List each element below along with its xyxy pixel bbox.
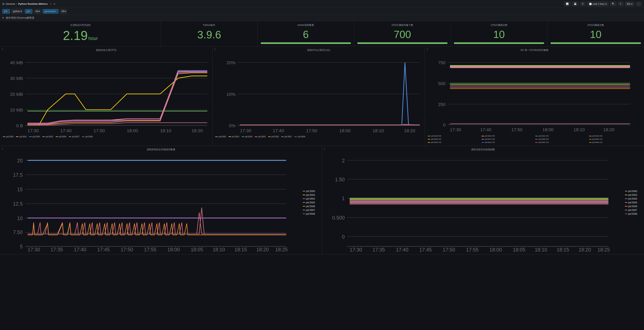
svg-text:18:25: 18:25 — [598, 247, 610, 252]
svg-text:17:45: 17:45 — [97, 247, 110, 252]
svg-text:750: 750 — [438, 60, 446, 65]
stat-gc2-label: 2代GC阈值次数 — [550, 24, 641, 27]
svg-text:18:15: 18:15 — [234, 247, 247, 252]
fullscreen-button[interactable]: ⛶ — [636, 2, 642, 6]
filter-python[interactable]: python ▾ — [12, 9, 23, 14]
zoom-out-button[interactable]: 🔍 — [610, 2, 616, 6]
svg-text:15: 15 — [17, 186, 23, 192]
svg-text:17:30: 17:30 — [240, 128, 252, 133]
stat-python-value: 3.9.6 — [164, 29, 254, 40]
chevron-down-icon: ▾ — [606, 2, 607, 5]
legend-item: pid:5664 — [625, 198, 640, 200]
svg-text:18:20: 18:20 — [578, 247, 591, 252]
filter-generation-key: generation — [44, 10, 56, 13]
chart-cpu-svg: 20% 10% 0% 17:30 17:40 17:50 18:00 18:10… — [215, 54, 422, 134]
svg-text:30 MB: 30 MB — [10, 76, 23, 81]
chart-gc-svg: 750 500 250 0 17:30 17:40 17:50 18:00 18… — [428, 54, 641, 134]
svg-text:20: 20 — [17, 158, 23, 163]
svg-text:1.50: 1.50 — [335, 176, 345, 182]
svg-text:20 MB: 20 MB — [10, 92, 23, 97]
legend-item: pid:5663 — [16, 136, 27, 138]
star-icon[interactable]: ☆ — [50, 2, 52, 5]
svg-text:18:00: 18:00 — [167, 247, 180, 252]
header-left: ⊞ General / Python Runtime Metrics ☆ ⇗ — [2, 2, 56, 5]
legend-item: pid:5663-0代 — [482, 135, 534, 137]
legend-item: pid:5663 — [228, 136, 239, 138]
stat-workers-value: 6 — [261, 29, 351, 40]
chart-fd-svg: 20 17.5 15 12.5 10 7.50 5 17:30 17:35 17… — [3, 153, 301, 252]
time-range-picker[interactable]: 🕐 Last 1 hour ▾ — [587, 2, 608, 6]
svg-text:10 MB: 10 MB — [10, 108, 23, 112]
legend-item: pid:5668 — [625, 212, 640, 215]
legend-item: pid:5665-1代 — [535, 141, 587, 144]
save-button[interactable]: 💾 — [572, 2, 578, 6]
stat-gc1: 1代GC阈值次数 10 — [451, 21, 548, 46]
charts-row1: ℹ 进程内存占用(字节) 40 MB 30 MB 20 MB 10 MB 0 B… — [0, 46, 644, 146]
stat-gc2-bar — [550, 42, 641, 44]
refresh-interval-picker[interactable]: 30s ▾ — [625, 2, 634, 6]
svg-text:17:50: 17:50 — [306, 128, 318, 133]
filter-generation-all-label: All — [62, 10, 64, 13]
svg-text:17:40: 17:40 — [74, 247, 86, 252]
svg-text:2: 2 — [342, 158, 345, 163]
add-panel-button[interactable]: 📊 — [564, 2, 570, 6]
svg-text:0%: 0% — [229, 123, 236, 128]
chart-mem-title: 进程内存占用(字节) — [3, 48, 210, 52]
filter-pid[interactable]: pid — [25, 9, 32, 14]
svg-text:17:55: 17:55 — [466, 247, 479, 252]
legend-item: pid:5666 — [56, 136, 66, 138]
breadcrumb-home[interactable]: General — [6, 2, 15, 5]
svg-text:0: 0 — [342, 234, 345, 239]
chart-fd-legend: pid:5660 pid:5663 pid:5664 pid:5665 pid:… — [301, 153, 319, 252]
svg-text:18:20: 18:20 — [192, 128, 203, 133]
svg-text:17:35: 17:35 — [50, 247, 63, 252]
svg-text:18:15: 18:15 — [557, 247, 569, 252]
chart-cpu-wrap: 20% 10% 0% 17:30 17:40 17:50 18:00 18:10… — [215, 54, 422, 134]
svg-text:18:20: 18:20 — [256, 247, 269, 252]
settings-button[interactable]: ⚙ — [580, 2, 586, 6]
legend-item: pid:5660 — [625, 190, 640, 193]
stat-gc1-label: 1代GC阈值次数 — [454, 24, 544, 27]
svg-text:18:25: 18:25 — [275, 247, 288, 252]
clock-icon: 🕐 — [589, 2, 592, 5]
legend-item: pid:5667 — [69, 136, 80, 138]
svg-text:500: 500 — [438, 81, 446, 86]
chart-cpu-legend: pid:5660 pid:5663 pid:5664 pid:5665 pid:… — [215, 136, 422, 138]
filter-pid-key: pid — [27, 10, 30, 13]
collapse-icon[interactable]: ▾ — [2, 16, 4, 19]
filter-generation-all[interactable]: All ▾ — [60, 9, 67, 14]
chart-cpu-title: 进程CPU占用(百分比) — [215, 48, 422, 52]
chart-fd-title: 进程持有的文件描述符数量 — [3, 148, 319, 151]
stat-workers: worker进程数量 6 — [258, 21, 354, 46]
share-icon[interactable]: ⇗ — [53, 2, 56, 5]
legend-item: pid:5665-0代 — [589, 135, 641, 137]
filter-generation[interactable]: generation — [43, 9, 58, 14]
stat-workers-bar — [261, 42, 351, 44]
stat-runtime-label: 主进程运行时长(秒) — [3, 24, 158, 27]
chevron-down-icon2: ▾ — [631, 2, 632, 5]
svg-text:0: 0 — [443, 122, 446, 128]
filter-job-key: job — [4, 10, 7, 13]
chevron-gen-all: ▾ — [64, 10, 66, 13]
chart-threads-legend: pid:5660 pid:5663 pid:5664 pid:5665 pid:… — [623, 153, 641, 252]
legend-item: pid:5664 — [303, 198, 318, 200]
filter-job[interactable]: job — [2, 9, 10, 14]
legend-item: pid:5667 — [303, 209, 318, 212]
svg-text:10: 10 — [17, 215, 23, 221]
svg-text:17:30: 17:30 — [28, 128, 39, 133]
legend-item: pid:5667 — [625, 209, 640, 212]
svg-text:1: 1 — [342, 196, 345, 201]
legend-item: pid:5665 — [42, 136, 53, 138]
svg-text:17:30: 17:30 — [28, 247, 40, 252]
chart-mem-wrap: 40 MB 30 MB 20 MB 10 MB 0 B 17:30 17:40 … — [3, 54, 210, 134]
panel-memory: ℹ 进程内存占用(字节) 40 MB 30 MB 20 MB 10 MB 0 B… — [0, 46, 212, 146]
svg-text:7.50: 7.50 — [13, 229, 23, 235]
refresh-button[interactable]: ⟳ — [618, 2, 623, 6]
filter-pid-all-label: All — [36, 10, 38, 13]
grid-icon: ⊞ — [2, 2, 4, 5]
svg-text:17:30: 17:30 — [350, 247, 362, 252]
filter-pid-all[interactable]: All ▾ — [34, 9, 41, 14]
chart-threads-title: 进程当前存在的线程数 — [325, 148, 641, 151]
stat-gc1-value: 10 — [454, 29, 544, 40]
svg-text:17:50: 17:50 — [443, 247, 455, 252]
